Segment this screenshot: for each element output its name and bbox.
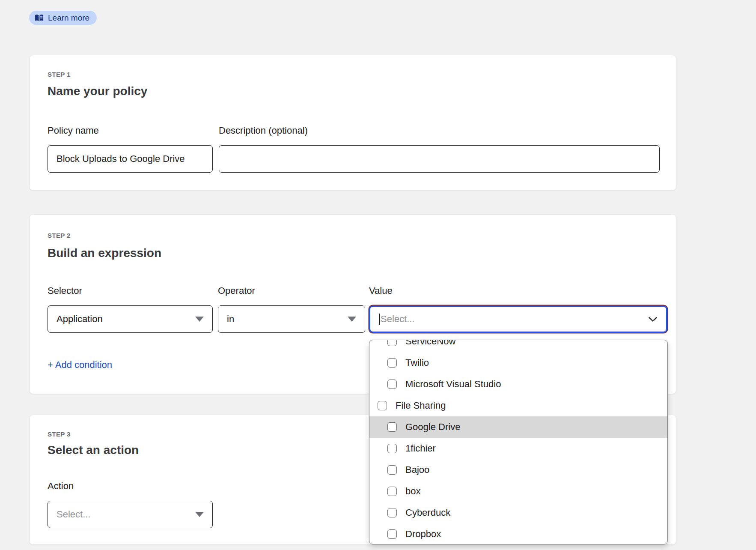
dropdown-option-file-sharing[interactable]: File Sharing bbox=[369, 395, 667, 416]
operator-field: Operator in bbox=[218, 286, 365, 333]
dropdown-option-label: Twilio bbox=[405, 357, 429, 368]
dropdown-option-label: ServiceNow bbox=[405, 340, 455, 347]
action-placeholder: Select... bbox=[57, 509, 90, 520]
description-input[interactable] bbox=[219, 145, 660, 173]
policy-name-input[interactable] bbox=[48, 145, 213, 173]
action-field: Action Select... bbox=[48, 481, 213, 528]
value-placeholder: Select... bbox=[381, 314, 648, 325]
dropdown-option-label: File Sharing bbox=[396, 400, 446, 411]
policy-name-label: Policy name bbox=[48, 126, 213, 136]
checkbox-icon[interactable] bbox=[378, 401, 387, 410]
triangle-down-icon bbox=[348, 317, 356, 322]
description-field: Description (optional) bbox=[219, 126, 660, 173]
step2-step-label: STEP 2 bbox=[48, 232, 71, 239]
operator-value: in bbox=[227, 314, 234, 325]
policy-builder-page: Learn more STEP 1 Name your policy Polic… bbox=[0, 0, 756, 550]
checkbox-icon[interactable] bbox=[387, 422, 397, 432]
dropdown-option-label: box bbox=[405, 486, 420, 497]
checkbox-icon[interactable] bbox=[387, 508, 397, 517]
value-dropdown-menu: ServiceNowTwilioMicrosoft Visual StudioF… bbox=[369, 340, 668, 544]
dropdown-option-box[interactable]: box bbox=[369, 481, 667, 502]
learn-more-label: Learn more bbox=[48, 13, 89, 23]
value-field: Value Select... bbox=[369, 286, 667, 333]
checkbox-icon[interactable] bbox=[387, 358, 397, 368]
checkbox-icon[interactable] bbox=[387, 465, 397, 475]
text-cursor bbox=[379, 314, 380, 325]
action-label: Action bbox=[48, 481, 213, 491]
checkbox-icon[interactable] bbox=[387, 487, 397, 496]
checkbox-icon[interactable] bbox=[387, 380, 397, 389]
step3-title: Select an action bbox=[48, 443, 139, 457]
dropdown-option-servicenow[interactable]: ServiceNow bbox=[369, 340, 667, 352]
dropdown-option-bajoo[interactable]: Bajoo bbox=[369, 459, 667, 481]
dropdown-option-1fichier[interactable]: 1fichier bbox=[369, 438, 667, 459]
value-multiselect-input[interactable]: Select... bbox=[369, 305, 667, 333]
checkbox-icon[interactable] bbox=[387, 529, 397, 539]
triangle-down-icon bbox=[195, 317, 204, 322]
step2-title: Build an expression bbox=[48, 246, 161, 260]
selector-field: Selector Application bbox=[48, 286, 213, 333]
action-dropdown[interactable]: Select... bbox=[48, 501, 213, 528]
checkbox-icon[interactable] bbox=[387, 340, 397, 346]
learn-more-button[interactable]: Learn more bbox=[29, 11, 97, 25]
dropdown-option-label: Bajoo bbox=[405, 464, 429, 475]
dropdown-option-label: Microsoft Visual Studio bbox=[405, 379, 501, 390]
description-label: Description (optional) bbox=[219, 126, 660, 136]
selector-dropdown[interactable]: Application bbox=[48, 305, 213, 333]
step1-title: Name your policy bbox=[48, 84, 147, 98]
dropdown-option-label: Dropbox bbox=[405, 529, 441, 540]
dropdown-option-google-drive[interactable]: Google Drive bbox=[369, 416, 667, 438]
dropdown-option-label: Cyberduck bbox=[405, 507, 450, 518]
step1-card: STEP 1 Name your policy Policy name Desc… bbox=[29, 55, 676, 191]
chevron-down-icon[interactable] bbox=[648, 317, 658, 322]
checkbox-icon[interactable] bbox=[387, 444, 397, 453]
dropdown-option-twilio[interactable]: Twilio bbox=[369, 352, 667, 374]
operator-label: Operator bbox=[218, 286, 365, 296]
step3-step-label: STEP 3 bbox=[48, 430, 71, 438]
selector-value: Application bbox=[57, 314, 103, 325]
dropdown-option-dropbox[interactable]: Dropbox bbox=[369, 523, 667, 544]
dropdown-option-microsoft-visual-studio[interactable]: Microsoft Visual Studio bbox=[369, 374, 667, 395]
value-label: Value bbox=[369, 286, 667, 296]
policy-name-field: Policy name bbox=[48, 126, 213, 173]
dropdown-option-label: Google Drive bbox=[405, 421, 460, 433]
book-icon bbox=[35, 14, 44, 22]
dropdown-option-label: 1fichier bbox=[405, 443, 436, 454]
operator-dropdown[interactable]: in bbox=[218, 305, 365, 333]
dropdown-option-cyberduck[interactable]: Cyberduck bbox=[369, 502, 667, 523]
add-condition-link[interactable]: + Add condition bbox=[48, 359, 112, 371]
step1-step-label: STEP 1 bbox=[48, 71, 71, 78]
selector-label: Selector bbox=[48, 286, 213, 296]
triangle-down-icon bbox=[195, 512, 204, 517]
